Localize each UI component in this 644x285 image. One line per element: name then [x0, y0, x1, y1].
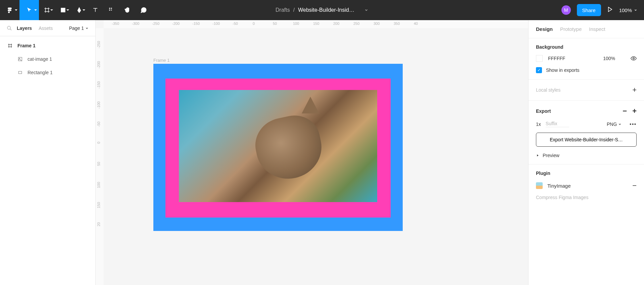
ruler-vertical: -250-200-150-100-5005010015020	[96, 28, 104, 285]
canvas[interactable]: -350-300-250-200-150-100-500501001502002…	[96, 20, 528, 285]
svg-point-1	[79, 10, 80, 11]
toolbar: Drafts / Website-Builder-Insid… M Share …	[0, 0, 644, 20]
zoom-control[interactable]: 100%	[619, 7, 637, 13]
resources-icon	[108, 7, 114, 13]
comment-tool[interactable]	[136, 0, 152, 20]
svg-rect-3	[111, 8, 112, 9]
avatar[interactable]: M	[561, 5, 571, 15]
export-options-button[interactable]: •••	[630, 122, 637, 127]
eye-icon[interactable]	[631, 55, 637, 61]
show-in-exports[interactable]: ✓ Show in exports	[536, 67, 637, 73]
shape-tool[interactable]	[55, 0, 71, 20]
hand-tool[interactable]	[119, 0, 136, 20]
move-tool[interactable]	[19, 0, 39, 20]
share-button[interactable]: Share	[577, 4, 601, 16]
chevron-down-icon	[634, 8, 637, 12]
remove-plugin-button[interactable]: −	[632, 181, 637, 190]
color-opacity[interactable]: 100%	[603, 56, 615, 61]
plugin-description: Compress Figma Images	[536, 195, 637, 200]
cursor-icon	[26, 7, 32, 13]
checkbox-checked-icon: ✓	[536, 67, 542, 73]
text-icon	[92, 7, 98, 13]
layer-label: Frame 1	[17, 43, 36, 48]
present-button[interactable]	[607, 6, 613, 14]
local-styles-section: Local styles +	[529, 80, 644, 101]
svg-rect-4	[109, 10, 110, 11]
comment-icon	[140, 7, 147, 13]
separator: /	[293, 7, 295, 13]
frame-label[interactable]: Frame 1	[153, 58, 169, 63]
rectangle-icon	[60, 7, 66, 13]
tab-design[interactable]: Design	[536, 26, 553, 32]
left-panel: Layers Assets Page 1 Frame 1 cat-image 1…	[0, 20, 96, 285]
pen-icon	[76, 7, 82, 13]
zoom-value: 100%	[619, 7, 632, 13]
svg-rect-8	[18, 72, 21, 74]
file-name: Website-Builder-Insid…	[298, 7, 354, 13]
plugin-tinyimage[interactable]: TinyImage −	[536, 181, 637, 190]
background-title: Background	[536, 44, 637, 50]
resources-tool[interactable]	[103, 0, 119, 20]
svg-point-9	[633, 58, 635, 59]
local-styles-label: Local styles	[536, 87, 560, 93]
pen-tool[interactable]	[71, 0, 87, 20]
export-suffix-input[interactable]: Suffix	[546, 121, 569, 127]
page-select[interactable]: Page 1	[69, 26, 89, 31]
add-style-button[interactable]: +	[632, 86, 637, 94]
layers-list: Frame 1 cat-image 1 Rectangle 1	[0, 36, 95, 79]
preview-toggle[interactable]: Preview	[536, 153, 637, 158]
layer-label: Rectangle 1	[28, 70, 53, 75]
tab-prototype[interactable]: Prototype	[560, 26, 582, 32]
ruler-horizontal: -350-300-250-200-150-100-500501001502002…	[104, 20, 528, 28]
export-button[interactable]: Export Website-Builder-Insider-S…	[536, 133, 637, 147]
triangle-right-icon	[536, 154, 539, 157]
chevron-down-icon	[85, 27, 89, 30]
tinyimage-icon	[536, 182, 543, 189]
rectangle-icon	[17, 70, 23, 75]
right-panel: Design Prototype Inspect Background FFFF…	[528, 20, 644, 285]
play-icon	[607, 6, 613, 12]
hand-icon	[124, 7, 131, 13]
page-label: Page 1	[69, 26, 84, 31]
color-hex[interactable]: FFFFFF	[548, 56, 578, 61]
tab-assets[interactable]: Assets	[39, 26, 53, 31]
frame-tool[interactable]	[39, 0, 55, 20]
image-icon	[17, 57, 23, 61]
tab-layers[interactable]: Layers	[17, 26, 32, 31]
canvas-inner[interactable]: Frame 1	[104, 28, 528, 285]
export-title: Export	[536, 108, 551, 114]
svg-rect-2	[109, 8, 110, 9]
layer-frame[interactable]: Frame 1	[0, 39, 95, 52]
layer-rectangle[interactable]: Rectangle 1	[0, 66, 95, 79]
svg-rect-0	[61, 8, 65, 12]
svg-rect-6	[18, 57, 22, 61]
chevron-down-icon	[618, 123, 622, 126]
plugin-title: Plugin	[536, 171, 637, 176]
background-section: Background FFFFFF 100% ✓ Show in exports	[529, 38, 644, 80]
add-export-button[interactable]: +	[632, 107, 637, 115]
export-section: Export − + 1x Suffix PNG ••• Export Webs…	[529, 101, 644, 164]
file-title[interactable]: Drafts / Website-Builder-Insid…	[276, 7, 368, 13]
export-scale[interactable]: 1x	[536, 122, 541, 127]
remove-export-button[interactable]: −	[623, 107, 627, 115]
checkbox-label: Show in exports	[546, 67, 580, 73]
export-format[interactable]: PNG	[607, 122, 622, 127]
layer-image[interactable]: cat-image 1	[0, 52, 95, 66]
figma-icon	[6, 7, 13, 13]
frame-icon	[44, 7, 50, 13]
frame-1[interactable]	[153, 64, 403, 231]
plugin-name: TinyImage	[547, 183, 571, 189]
plugin-section: Plugin TinyImage − Compress Figma Images	[529, 164, 644, 206]
text-tool[interactable]	[87, 0, 103, 20]
menu-button[interactable]	[0, 0, 19, 20]
color-swatch[interactable]	[536, 55, 543, 62]
folder-name: Drafts	[276, 7, 290, 13]
preview-label: Preview	[543, 153, 559, 158]
rectangle-1[interactable]	[165, 79, 391, 218]
cat-image-1[interactable]	[179, 90, 377, 202]
search-icon[interactable]	[7, 26, 12, 31]
chevron-down-icon[interactable]	[364, 8, 368, 12]
tab-inspect[interactable]: Inspect	[589, 26, 605, 32]
svg-point-5	[7, 26, 10, 29]
frame-icon	[7, 43, 13, 48]
